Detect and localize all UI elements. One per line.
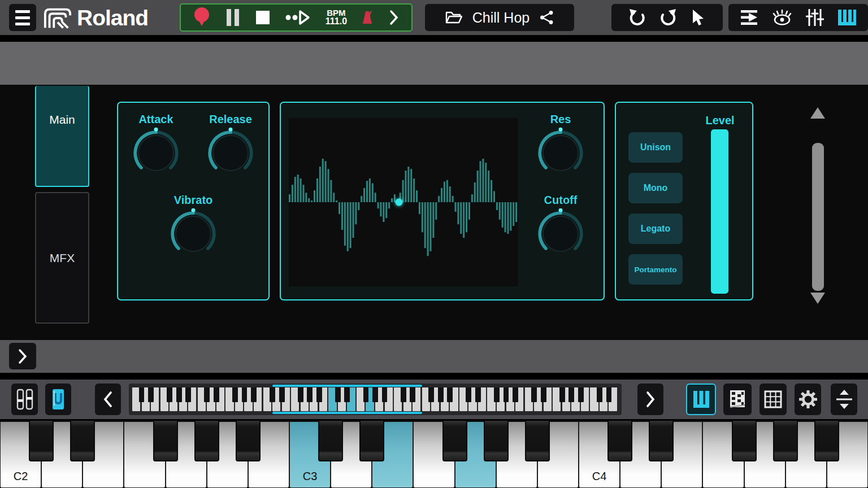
step-play-icon[interactable] [285, 10, 310, 25]
menu-button[interactable] [9, 4, 36, 31]
mini-black-key[interactable] [232, 387, 238, 402]
mini-black-key[interactable] [298, 387, 303, 402]
pads-grid-button[interactable] [760, 384, 787, 415]
mini-black-key[interactable] [401, 387, 406, 402]
pointer-icon[interactable] [692, 9, 706, 26]
piano-black-key[interactable] [194, 421, 219, 461]
dual-fader-button[interactable] [11, 384, 38, 415]
mini-black-key[interactable] [410, 387, 415, 402]
res-knob[interactable] [535, 127, 587, 179]
mini-black-key[interactable] [279, 387, 285, 402]
keyboard-icon[interactable] [837, 9, 857, 26]
mini-black-key[interactable] [578, 387, 584, 402]
mini-keyboard-overview[interactable] [129, 384, 622, 415]
tab-mfx[interactable]: MFX [35, 192, 89, 324]
resize-vertical-button[interactable] [831, 384, 857, 415]
mini-black-key[interactable] [568, 387, 574, 402]
piano-black-key[interactable] [732, 421, 757, 461]
waveform-display[interactable] [289, 118, 518, 286]
scroll-down-button[interactable] [810, 293, 825, 304]
mini-black-key[interactable] [307, 387, 313, 402]
mini-black-key[interactable] [204, 387, 210, 402]
mini-black-key[interactable] [597, 387, 602, 402]
keyboard-range-selector[interactable] [272, 412, 422, 414]
piano-black-key[interactable] [814, 421, 839, 461]
legato-button[interactable]: Legato [628, 213, 683, 244]
mini-black-key[interactable] [494, 387, 500, 402]
cutoff-knob[interactable] [535, 208, 587, 260]
mini-black-key[interactable] [372, 387, 378, 402]
piano-black-key[interactable] [70, 421, 95, 461]
mono-button[interactable]: Mono [628, 173, 683, 203]
mini-black-key[interactable] [382, 387, 388, 402]
keyboard-scroll-right-button[interactable] [637, 384, 663, 415]
mini-black-key[interactable] [438, 387, 444, 402]
song-title[interactable]: Chill Hop [472, 10, 530, 26]
keyboard-view-button[interactable] [686, 384, 716, 415]
mini-black-key[interactable] [447, 387, 453, 402]
mini-black-key[interactable] [139, 387, 145, 402]
tab-mfx-label: MFX [50, 251, 75, 265]
settings-button[interactable] [795, 384, 821, 415]
mini-black-key[interactable] [214, 387, 219, 402]
piano-black-key[interactable] [318, 421, 343, 461]
mini-black-key[interactable] [251, 387, 257, 402]
scrollbar-thumb[interactable] [812, 143, 824, 291]
release-knob[interactable] [205, 127, 257, 179]
pause-icon[interactable] [225, 8, 240, 27]
piano-black-key[interactable] [153, 421, 178, 461]
mini-black-key[interactable] [606, 387, 612, 402]
mini-black-key[interactable] [466, 387, 471, 402]
piano-black-key[interactable] [359, 421, 384, 461]
share-icon[interactable] [540, 10, 554, 25]
vibrato-knob[interactable] [167, 208, 219, 260]
stop-icon[interactable] [255, 10, 270, 25]
waveform-cursor-dot[interactable] [395, 199, 402, 206]
mini-black-key[interactable] [176, 387, 182, 402]
mini-black-key[interactable] [242, 387, 248, 402]
keyboard-range-selector[interactable] [272, 385, 422, 387]
key-touch-button[interactable] [45, 384, 71, 415]
attack-knob[interactable] [130, 127, 182, 179]
bpm-display[interactable]: BPM 111.0 [326, 8, 347, 27]
mini-black-key[interactable] [270, 387, 275, 402]
mini-black-key[interactable] [559, 387, 565, 402]
mini-black-key[interactable] [513, 387, 518, 402]
transport-expand-icon[interactable] [389, 10, 399, 25]
portamento-button[interactable]: Portamento [628, 254, 683, 285]
piano-black-key[interactable] [525, 421, 550, 461]
mini-black-key[interactable] [344, 387, 350, 402]
record-icon[interactable] [193, 7, 210, 28]
expand-button[interactable] [9, 343, 36, 369]
mini-black-key[interactable] [316, 387, 322, 402]
folder-open-icon[interactable] [445, 10, 462, 25]
keyboard-scroll-left-button[interactable] [95, 384, 121, 415]
flow-right-icon[interactable] [740, 10, 758, 25]
mini-black-key[interactable] [167, 387, 172, 402]
piano-roll-button[interactable] [723, 384, 752, 415]
mini-black-key[interactable] [475, 387, 481, 402]
piano-black-key[interactable] [29, 421, 54, 461]
undo-icon[interactable] [628, 9, 645, 26]
mini-black-key[interactable] [428, 387, 434, 402]
mini-black-key[interactable] [504, 387, 509, 402]
mini-black-key[interactable] [148, 387, 154, 402]
redo-icon[interactable] [660, 9, 677, 26]
piano-black-key[interactable] [236, 421, 261, 461]
piano-black-key[interactable] [607, 421, 632, 461]
unison-button[interactable]: Unison [628, 132, 683, 163]
piano-black-key[interactable] [773, 421, 798, 461]
mini-black-key[interactable] [363, 387, 369, 402]
tab-main[interactable]: Main [35, 86, 89, 187]
mixer-icon[interactable] [806, 9, 824, 26]
piano-black-key[interactable] [649, 421, 674, 461]
mini-black-key[interactable] [335, 387, 341, 402]
mini-black-key[interactable] [531, 387, 537, 402]
mini-black-key[interactable] [541, 387, 546, 402]
mini-black-key[interactable] [185, 387, 191, 402]
piano-black-key[interactable] [484, 421, 509, 461]
scroll-up-button[interactable] [810, 107, 825, 119]
piano-black-key[interactable] [442, 421, 467, 461]
eye-icon[interactable] [772, 9, 792, 26]
level-slider[interactable] [711, 129, 728, 294]
